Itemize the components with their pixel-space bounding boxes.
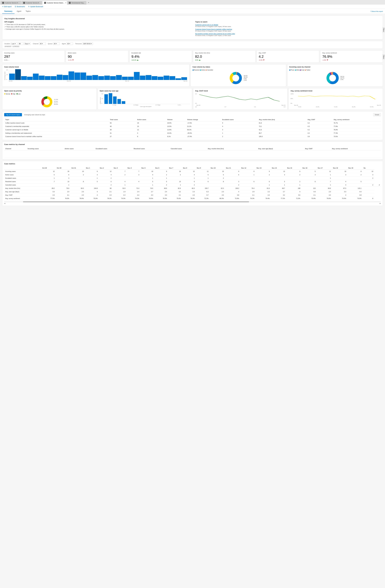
legend-twitter: Twitter [305,69,310,71]
details-button[interactable]: Details [373,113,381,116]
browser-tab-2[interactable]: Customer Service A ... [22,1,42,5]
duration-filter: Duration Last ▼ Days ▼ [4,42,31,45]
td-metric-value: 3 [301,173,317,176]
td-metric-value: 8 [362,197,374,200]
td-metric-value: 6 [56,173,70,176]
td-metric-value: 6.3 [196,190,210,193]
td-metric-value: 4 [332,193,347,197]
tab-close-icon[interactable]: ✕ [65,2,66,4]
td-metric-value: 10 [70,170,85,173]
topics-table-scroll[interactable]: Topic Total cases Active cases Volume Vo… [4,118,381,138]
scroll-left-arrow[interactable]: ◀ [4,203,5,204]
tab-label-3: Customer Service histori... [47,2,64,4]
csat-line-chart-svg [195,93,285,104]
tab-emerging[interactable]: Emerging case volume by topic [23,113,47,116]
td-metric-value [240,183,255,187]
bookmarks-button[interactable]: ☰ Bookmarks [14,5,25,8]
browser-tab-3[interactable]: Customer Service histori... ✕ [43,1,67,5]
table-row: Getting a membership card replacement 31… [4,131,381,135]
th-csat: Avg. CSAT [306,118,333,121]
td-active: 18 [136,121,166,125]
tab-topics[interactable]: Topics [23,9,33,14]
topic-link-2[interactable]: Customer doesn't know how to maintain co… [195,28,381,30]
scroll-right-arrow[interactable]: ▶ [380,203,381,204]
case-metrics-title: Case metrics [4,163,381,165]
td-metric-value: 1 [240,173,255,176]
agent-select[interactable]: All ▼ [66,42,73,45]
topic-link-1[interactable]: Customer cannot sign in on Mobile [195,24,381,25]
case-metrics-channel-title: Case metrics by channel [4,143,381,146]
bar-item [134,72,140,80]
th-channel: Channel [4,147,26,150]
bar-item [92,75,98,80]
kpi-card-active-value: 90 [68,55,126,59]
td-metric-value: 77.5% [41,197,56,200]
age-bars [104,93,190,104]
tab-top10-volume[interactable]: Top 10 volume topics [4,113,22,116]
td-metric-value: 2.3 [182,190,196,193]
about-this-report-link[interactable]: ℹ About this report [371,10,383,12]
csat-trend-title: Avg. CSAT trend [195,90,285,92]
right-filter-sidebar-2[interactable]: Filters [383,54,385,60]
duration-value-select[interactable]: Last ▼ [11,42,18,45]
duration-days-input[interactable] [18,42,23,45]
td-metric-name: Avg. survey sentiment [4,197,41,200]
td-resolve: 105.0 [258,135,307,138]
bar-item [80,72,86,80]
td-metric-value [347,176,362,180]
update-bookmark-button[interactable]: ↻ Update Bookmark [28,5,44,8]
td-volume: 9.1% [166,135,186,138]
kpi-insights-section: KPI insights ↗ There was a 4.1% decrease… [4,21,190,37]
kpi-card-resolve-change: 9.9% [195,59,253,61]
topic-link-3[interactable]: No tracking number send to the customer … [195,33,381,35]
queue-select[interactable]: All ▼ [53,42,60,45]
browser-tab-1[interactable]: Customer Service A ... [0,1,21,5]
case-metrics-header-row: Oct 29Oct 30Oct 31Nov 1Nov 2Nov 3Nov 4No… [4,166,381,170]
td-total: 31 [109,131,136,135]
tab-agent[interactable]: Agent [15,9,23,14]
channel-donut-labels: 58.2% 32.7% 3.4% [340,76,344,80]
td-metric-value: 2.4 [127,190,140,193]
right-filter-sidebar-1[interactable]: Filters [383,27,385,33]
th-date: Nov 15 [286,166,301,170]
add-tab-button[interactable]: + [87,0,91,5]
td-metric-value: 106.2 [225,187,240,190]
table-tabs-row: Top 10 volume topics Emerging case volum… [4,113,381,116]
td-metric-value: 4.4 [301,190,317,193]
td-metric-value: 1 [271,183,286,187]
channel-table-scroll[interactable]: Channel Incoming cases Active cases Esca… [4,147,381,158]
td-volume: 12.8% [166,128,186,131]
edit-report-button[interactable]: ✏ Edit report [2,5,12,8]
th-date: Nov 13 [255,166,271,170]
th-date: Nov 10 [210,166,225,170]
td-metric-value: 8 [240,170,255,173]
td-escalated: 4 [221,125,258,128]
td-metric-value: 13 [56,180,70,183]
td-metric-value: 75.0% [85,197,99,200]
case-metrics-scroll[interactable]: Oct 29Oct 30Oct 31Nov 1Nov 2Nov 3Nov 4No… [4,166,381,200]
timezone-select[interactable]: GMT-08:00 ▼ [82,42,93,45]
bar-item [98,76,104,80]
duration-unit-select[interactable]: Days ▼ [24,42,31,45]
td-metric-value: 78.3% [154,197,168,200]
td-metric-value: 4.4 [113,193,126,197]
td-metric-value: 1 [113,183,126,187]
legend-high: High [11,93,15,95]
th-escalated: Escalated cases [221,118,258,121]
channel-select[interactable]: All ▼ [39,42,46,45]
legend-active: Active [200,69,205,71]
sentiment-y-labels: 100%50%0% [291,93,294,104]
bar-1-3days [109,93,112,104]
th-date: Oct 31 [70,166,85,170]
refresh-icon: ↻ [28,6,29,8]
browser-tab-4[interactable]: Omnichannel Ong... [67,1,86,5]
bar-item [176,78,181,80]
td-metric-name: Avg. resolve time (hrs) [4,187,41,190]
td-metric-value: 11 [196,170,210,173]
td-metric-name: Avg. case age (days) [4,190,41,193]
tab-summary[interactable]: Summary [2,9,15,14]
th-date: Nov 11 [225,166,240,170]
horizontal-scrollbar[interactable] [4,201,381,202]
td-metric-value: 78.0% [70,197,85,200]
td-metric-value: 1 [154,176,168,180]
